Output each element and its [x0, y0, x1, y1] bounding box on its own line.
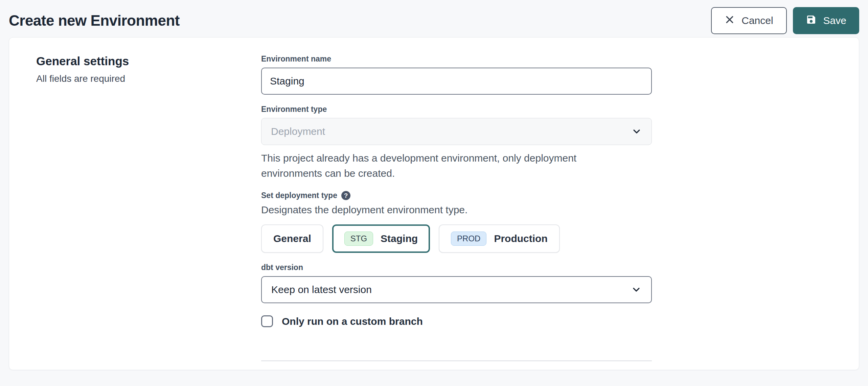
deployment-type-label: Set deployment type — [261, 191, 337, 200]
deployment-type-field: Set deployment type ? Designates the dep… — [261, 191, 652, 253]
chevron-down-icon — [631, 284, 642, 295]
section-heading-column: General settings All fields are required — [36, 54, 261, 361]
cancel-button[interactable]: Cancel — [711, 7, 786, 34]
floppy-disk-icon — [806, 14, 817, 27]
environment-type-select[interactable]: Deployment — [261, 118, 652, 145]
environment-type-value: Deployment — [271, 126, 325, 137]
custom-branch-row: Only run on a custom branch — [261, 315, 652, 327]
dbt-version-value: Keep on latest version — [271, 284, 372, 295]
dbt-version-label: dbt version — [261, 263, 652, 272]
environment-name-label: Environment name — [261, 54, 652, 64]
environment-type-label: Environment type — [261, 105, 652, 114]
section-divider — [261, 360, 652, 361]
prod-badge: PROD — [451, 232, 486, 246]
section-subtitle: All fields are required — [36, 73, 261, 84]
environment-form: Environment name Environment type Deploy… — [261, 54, 652, 361]
header-actions: Cancel Save — [711, 7, 859, 34]
chevron-down-icon — [631, 126, 642, 137]
custom-branch-label[interactable]: Only run on a custom branch — [282, 316, 423, 327]
deployment-type-general-button[interactable]: General — [261, 224, 323, 253]
environment-type-field: Environment type Deployment This project… — [261, 105, 652, 181]
help-icon[interactable]: ? — [341, 191, 350, 200]
deployment-type-production-label: Production — [494, 233, 547, 244]
section-title: General settings — [36, 54, 261, 68]
custom-branch-checkbox[interactable] — [261, 315, 273, 327]
deployment-type-staging-button[interactable]: STG Staging — [332, 224, 430, 253]
dbt-version-field: dbt version Keep on latest version — [261, 263, 652, 303]
environment-name-field: Environment name — [261, 54, 652, 95]
deployment-type-production-button[interactable]: PROD Production — [439, 224, 560, 253]
environment-type-help-text: This project already has a development e… — [261, 150, 640, 181]
page-header: Create new Environment Cancel Save — [0, 0, 868, 37]
x-icon — [725, 15, 735, 27]
environment-name-input[interactable] — [261, 68, 652, 95]
save-button-label: Save — [823, 15, 846, 26]
dbt-version-select[interactable]: Keep on latest version — [261, 276, 652, 303]
stg-badge: STG — [344, 232, 373, 246]
deployment-type-options: General STG Staging PROD Production — [261, 224, 652, 253]
deployment-type-description: Designates the deployment environment ty… — [261, 204, 652, 216]
cancel-button-label: Cancel — [741, 15, 773, 26]
deployment-type-general-label: General — [273, 233, 311, 244]
settings-card: General settings All fields are required… — [9, 37, 859, 370]
save-button[interactable]: Save — [793, 7, 859, 34]
deployment-type-staging-label: Staging — [381, 233, 418, 244]
page-title: Create new Environment — [9, 12, 180, 29]
